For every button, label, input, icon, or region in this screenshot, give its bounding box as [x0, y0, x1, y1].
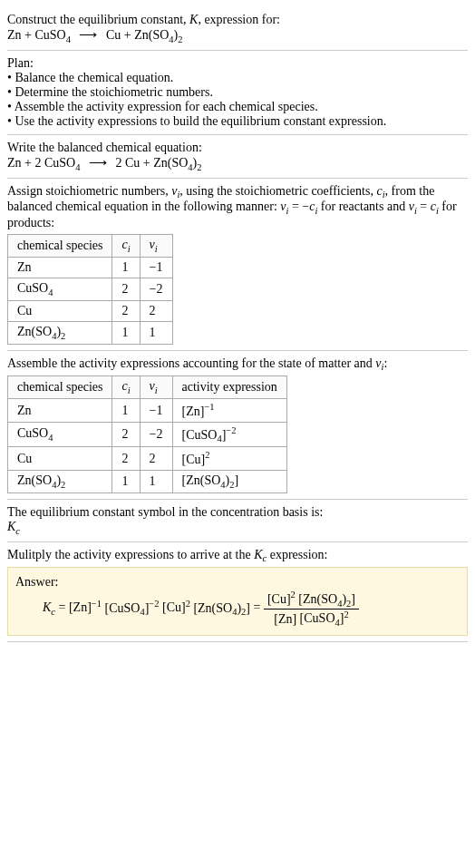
arrow-icon: ⟶: [89, 156, 107, 170]
species-cu: Cu: [106, 28, 121, 42]
cell-nui: 1: [140, 470, 172, 493]
cell-nui: −1: [140, 257, 172, 278]
col-activity: activity expression: [172, 376, 286, 399]
species-cuso4: CuSO4: [34, 28, 70, 42]
K-symbol: K: [189, 13, 198, 26]
species-znso42: Zn(SO4)2: [134, 28, 182, 42]
cell-ci: 2: [112, 278, 140, 300]
cell-nui: 2: [140, 447, 172, 471]
fraction: [Cu]2 [Zn(SO4)2] [Zn] [CuSO4]2: [264, 590, 359, 628]
cell-ci: 2: [112, 300, 140, 321]
answer-label: Answer:: [15, 575, 460, 590]
col-species: chemical species: [8, 235, 112, 258]
col-ci: ci: [112, 235, 140, 258]
activity-table: chemical species ci νi activity expressi…: [7, 375, 287, 493]
assign-text: Assign stoichiometric numbers, νi, using…: [7, 184, 468, 231]
cell-nui: −2: [140, 278, 172, 300]
assign-section: Assign stoichiometric numbers, νi, using…: [7, 179, 468, 351]
cell-species: CuSO4: [8, 278, 112, 300]
cell-ci: 1: [112, 257, 140, 278]
kc-symbol: Kc: [7, 520, 468, 536]
plan-bullet-2: • Determine the stoichiometric numbers.: [7, 85, 468, 100]
cell-species: Cu: [8, 300, 112, 321]
kc-text: The equilibrium constant symbol in the c…: [7, 505, 468, 520]
cell-species: CuSO4: [8, 422, 112, 446]
table-row: Zn 1 −1 [Zn]−1: [8, 399, 287, 423]
cell-activity: [Zn(SO4)2]: [172, 470, 286, 493]
kc-symbol-section: The equilibrium constant symbol in the c…: [7, 500, 468, 542]
cell-species: Zn(SO4)2: [8, 321, 112, 344]
col-nui: νi: [140, 376, 172, 399]
table-row: Zn(SO4)2 1 1 [Zn(SO4)2]: [8, 470, 287, 493]
cell-ci: 1: [112, 399, 140, 423]
balanced-title: Write the balanced chemical equation:: [7, 141, 468, 155]
cell-activity: [CuSO4]−2: [172, 422, 286, 446]
species-znso42: Zn(SO4)2: [153, 156, 201, 170]
header-section: Construct the equilibrium constant, K, e…: [7, 7, 468, 51]
col-species: chemical species: [8, 376, 112, 399]
table-row: CuSO4 2 −2 [CuSO4]−2: [8, 422, 287, 446]
plan-bullet-4: • Use the activity expressions to build …: [7, 114, 468, 129]
species-zn: Zn: [7, 156, 22, 170]
species-zn: Zn: [7, 28, 22, 42]
coef-2: 2: [34, 156, 44, 170]
prompt-text: Construct the equilibrium constant,: [7, 13, 189, 26]
cell-activity: [Zn]−1: [172, 399, 286, 423]
species-cu: Cu: [125, 156, 140, 170]
col-ci: ci: [112, 376, 140, 399]
assemble-section: Assemble the activity expressions accoun…: [7, 351, 468, 500]
plan-bullet-1: • Balance the chemical equation.: [7, 71, 468, 85]
numerator: [Cu]2 [Zn(SO4)2]: [264, 590, 359, 609]
multiply-section: Mulitply the activity expressions to arr…: [7, 542, 468, 643]
equation-unbalanced: Zn + CuSO4 ⟶ Cu + Zn(SO4)2: [7, 27, 468, 44]
col-nui: νi: [140, 235, 172, 258]
table-header-row: chemical species ci νi: [8, 235, 173, 258]
cell-ci: 2: [112, 422, 140, 446]
table-row: CuSO4 2 −2: [8, 278, 173, 300]
table-row: Cu 2 2: [8, 300, 173, 321]
cell-ci: 2: [112, 447, 140, 471]
plan-title: Plan:: [7, 56, 468, 71]
prompt-text2: , expression for:: [198, 13, 280, 26]
balanced-equation: Zn + 2 CuSO4 ⟶ 2 Cu + Zn(SO4)2: [7, 155, 468, 172]
answer-box: Answer: Kc = [Zn]−1 [CuSO4]−2 [Cu]2 [Zn(…: [7, 567, 468, 636]
prompt-line: Construct the equilibrium constant, K, e…: [7, 13, 468, 27]
cell-ci: 1: [112, 470, 140, 493]
table-row: Zn(SO4)2 1 1: [8, 321, 173, 344]
cell-species: Zn: [8, 257, 112, 278]
stoich-table: chemical species ci νi Zn 1 −1 CuSO4 2 −…: [7, 234, 173, 344]
cell-nui: 2: [140, 300, 172, 321]
cell-ci: 1: [112, 321, 140, 344]
plus: +: [121, 28, 134, 42]
cell-activity: [Cu]2: [172, 447, 286, 471]
cell-species: Cu: [8, 447, 112, 471]
cell-nui: 1: [140, 321, 172, 344]
plus: +: [22, 28, 35, 42]
arrow-icon: ⟶: [79, 28, 97, 42]
plan-section: Plan: • Balance the chemical equation. •…: [7, 51, 468, 135]
assemble-text: Assemble the activity expressions accoun…: [7, 356, 468, 373]
table-row: Cu 2 2 [Cu]2: [8, 447, 287, 471]
cell-species: Zn(SO4)2: [8, 470, 112, 493]
cell-nui: −1: [140, 399, 172, 423]
species-cuso4: CuSO4: [44, 156, 80, 170]
answer-equation: Kc = [Zn]−1 [CuSO4]−2 [Cu]2 [Zn(SO4)2] =…: [43, 590, 460, 628]
cell-nui: −2: [140, 422, 172, 446]
table-row: Zn 1 −1: [8, 257, 173, 278]
coef-2: 2: [115, 156, 125, 170]
plan-bullet-3: • Assemble the activity expression for e…: [7, 100, 468, 114]
denominator: [Zn] [CuSO4]2: [264, 610, 359, 628]
table-header-row: chemical species ci νi activity expressi…: [8, 376, 287, 399]
cell-species: Zn: [8, 399, 112, 423]
balanced-section: Write the balanced chemical equation: Zn…: [7, 135, 468, 179]
